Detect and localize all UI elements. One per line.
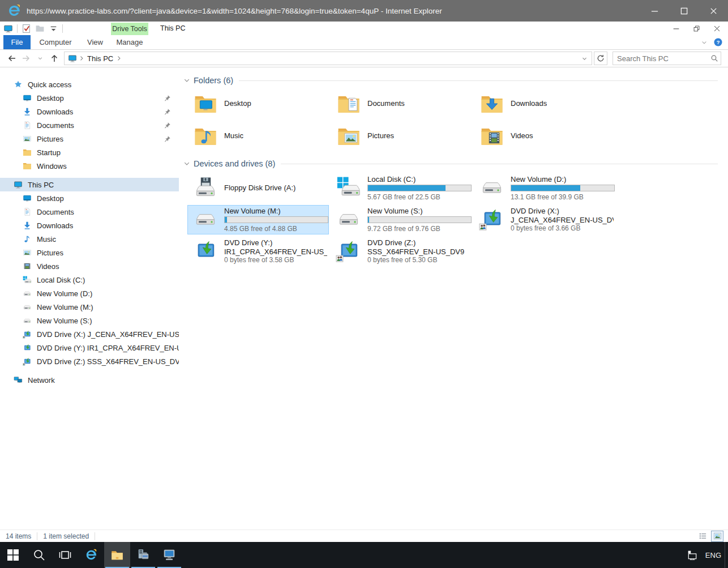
drive-tile-local-disk-c[interactable]: Local Disk (C:)5.67 GB free of 22.5 GB — [331, 173, 472, 203]
explorer-restore-button[interactable] — [686, 22, 706, 35]
sidebar-item-label: Local Disk (C:) — [37, 276, 85, 284]
tab-file[interactable]: File — [3, 35, 31, 49]
properties-button-icon[interactable] — [22, 24, 31, 33]
sidebar-item-local-disk-c[interactable]: Local Disk (C:) — [0, 273, 179, 287]
show-desktop-button[interactable] — [725, 542, 728, 568]
tab-view[interactable]: View — [80, 35, 110, 49]
recent-locations-chevron-icon[interactable] — [33, 52, 47, 65]
divider — [95, 532, 95, 540]
sidebar-item-downloads[interactable]: Downloads — [0, 219, 179, 232]
taskbar-internet-explorer-button[interactable] — [78, 542, 104, 568]
browser-minimize-button[interactable] — [640, 0, 669, 22]
details-view-button[interactable] — [696, 531, 709, 542]
collapse-group-chevron-icon[interactable] — [183, 160, 190, 167]
drive-tools-contextual-tab[interactable]: Drive Tools — [111, 23, 148, 35]
refresh-button[interactable] — [594, 52, 607, 65]
drive-tile-new-volume-d[interactable]: New Volume (D:)13.1 GB free of 39.9 GB — [474, 173, 615, 203]
search-input[interactable] — [613, 54, 708, 63]
explorer-minimize-button[interactable] — [666, 22, 686, 35]
sidebar-item-downloads[interactable]: Downloads — [0, 105, 179, 118]
taskbar-server-manager-button[interactable] — [130, 542, 156, 568]
sidebar-item-new-volume-s[interactable]: New Volume (S:) — [0, 314, 179, 327]
breadcrumb-segment[interactable]: This PC — [87, 54, 113, 63]
sidebar-item-windows[interactable]: Windows — [0, 159, 179, 173]
address-dropdown-chevron-icon[interactable] — [577, 52, 592, 65]
up-button[interactable] — [47, 52, 61, 65]
breadcrumb-chevron-icon[interactable] — [78, 55, 85, 62]
sidebar-item-pictures[interactable]: Pictures — [0, 246, 179, 259]
sidebar-item-pictures[interactable]: Pictures — [0, 132, 179, 146]
sidebar-item-new-volume-d[interactable]: New Volume (D:) — [0, 287, 179, 300]
navigation-pane: Quick accessDesktopDownloadsDocumentsPic… — [0, 67, 179, 529]
browser-close-button[interactable] — [699, 0, 728, 22]
expand-ribbon-chevron-icon[interactable] — [701, 39, 708, 46]
sidebar-item-documents[interactable]: Documents — [0, 118, 179, 132]
item-count: 14 items — [6, 532, 31, 540]
folder-tile-documents[interactable]: Documents — [331, 90, 472, 117]
folder-tile-desktop[interactable]: Desktop — [187, 90, 329, 117]
folder-tile-music[interactable]: Music — [187, 122, 329, 150]
folder-tile-videos[interactable]: Videos — [474, 122, 615, 150]
explorer-close-button[interactable] — [706, 22, 727, 35]
sidebar-item-videos[interactable]: Videos — [0, 259, 179, 273]
sidebar-section-quick-access[interactable]: Quick access — [0, 78, 179, 91]
desktop-icon — [23, 93, 32, 103]
sidebar-item-documents[interactable]: Documents — [0, 205, 179, 219]
new-folder-button-icon[interactable] — [35, 24, 45, 33]
forward-button[interactable] — [19, 52, 33, 65]
breadcrumb-chevron-icon[interactable] — [115, 55, 122, 62]
sidebar-item-label: DVD Drive (X:) J_CENA_X64FREV_EN-US_DV5 — [37, 330, 179, 339]
drive-tile-dvd-drive-y[interactable]: DVD Drive (Y:)IR1_CPRA_X64FREV_EN-US_DV5… — [187, 237, 329, 266]
taskbar-file-explorer-button[interactable] — [104, 542, 130, 568]
sidebar-section-label: This PC — [28, 181, 54, 189]
folder-tile-downloads[interactable]: Downloads — [474, 90, 615, 117]
quick-access-toolbar — [3, 22, 63, 35]
address-breadcrumb-box[interactable]: This PC — [64, 52, 592, 65]
taskbar-remote-app-button[interactable] — [156, 542, 182, 568]
search-icon[interactable] — [708, 54, 721, 62]
folder-tile-pictures[interactable]: Pictures — [331, 122, 472, 150]
dvd-shared-icon — [335, 238, 362, 263]
sidebar-item-desktop[interactable]: Desktop — [0, 91, 179, 105]
sidebar-item-label: Startup — [37, 148, 61, 157]
item-name: Music — [224, 131, 243, 140]
drive-tile-dvd-drive-x[interactable]: DVD Drive (X:)J_CENA_X64FREV_EN-US_DV50 … — [474, 205, 615, 234]
browser-maximize-button[interactable] — [669, 0, 699, 22]
drive-tile-new-volume-s[interactable]: New Volume (S:)9.72 GB free of 9.76 GB — [331, 205, 472, 234]
help-icon[interactable]: ? — [714, 38, 722, 46]
tab-computer[interactable]: Computer — [31, 35, 80, 49]
sidebar-item-label: Pictures — [37, 249, 63, 257]
pin-icon — [164, 135, 171, 143]
view-toggles — [696, 531, 723, 542]
sidebar-section-network[interactable]: Network — [0, 373, 179, 387]
back-button[interactable] — [5, 52, 19, 65]
sidebar-item-label: DVD Drive (Y:) IR1_CPRA_X64FREV_EN-US_DV… — [37, 344, 179, 352]
videos-icon — [23, 262, 32, 271]
sidebar-item-startup[interactable]: Startup — [0, 146, 179, 159]
drive-tile-floppy-disk-drive-a[interactable]: Floppy Disk Drive (A:) — [187, 173, 329, 203]
collapse-group-chevron-icon[interactable] — [183, 77, 190, 84]
start-button[interactable] — [0, 542, 26, 568]
drive-tile-new-volume-m[interactable]: New Volume (M:)4.85 GB free of 4.88 GB — [187, 205, 329, 234]
task-view-button[interactable] — [52, 542, 78, 568]
sidebar-section-this-pc[interactable]: This PC — [0, 178, 179, 191]
free-space-text: 4.85 GB free of 4.88 GB — [224, 225, 327, 233]
search-button[interactable] — [26, 542, 52, 568]
free-space-text: 0 bytes free of 5.30 GB — [367, 256, 464, 264]
ribbon-tab-row: File Computer View Manage ? — [0, 35, 728, 50]
sidebar-item-music[interactable]: Music — [0, 232, 179, 246]
customize-quick-access-icon[interactable] — [49, 24, 58, 33]
sidebar-item-new-volume-m[interactable]: New Volume (M:) — [0, 300, 179, 314]
this-pc-icon[interactable] — [3, 24, 13, 33]
large-icons-view-button[interactable] — [711, 531, 723, 542]
sidebar-item-label: Desktop — [37, 194, 64, 203]
dvd-shared-icon — [23, 330, 32, 339]
sidebar-item-dvd-drive-y-ir1-cpra-x64frev-en-us-dv5[interactable]: DVD Drive (Y:) IR1_CPRA_X64FREV_EN-US_DV… — [0, 341, 179, 355]
input-indicator-icon[interactable] — [686, 549, 699, 561]
drive-tile-dvd-drive-z[interactable]: DVD Drive (Z:)SSS_X64FREV_EN-US_DV90 byt… — [331, 237, 472, 266]
sidebar-item-desktop[interactable]: Desktop — [0, 191, 179, 205]
language-indicator[interactable]: ENG — [705, 551, 721, 560]
sidebar-item-dvd-drive-z-sss-x64frev-en-us-dv9[interactable]: DVD Drive (Z:) SSS_X64FREV_EN-US_DV9 — [0, 355, 179, 368]
tab-manage[interactable]: Manage — [111, 35, 148, 49]
sidebar-item-dvd-drive-x-j-cena-x64frev-en-us-dv5[interactable]: DVD Drive (X:) J_CENA_X64FREV_EN-US_DV5 — [0, 327, 179, 341]
